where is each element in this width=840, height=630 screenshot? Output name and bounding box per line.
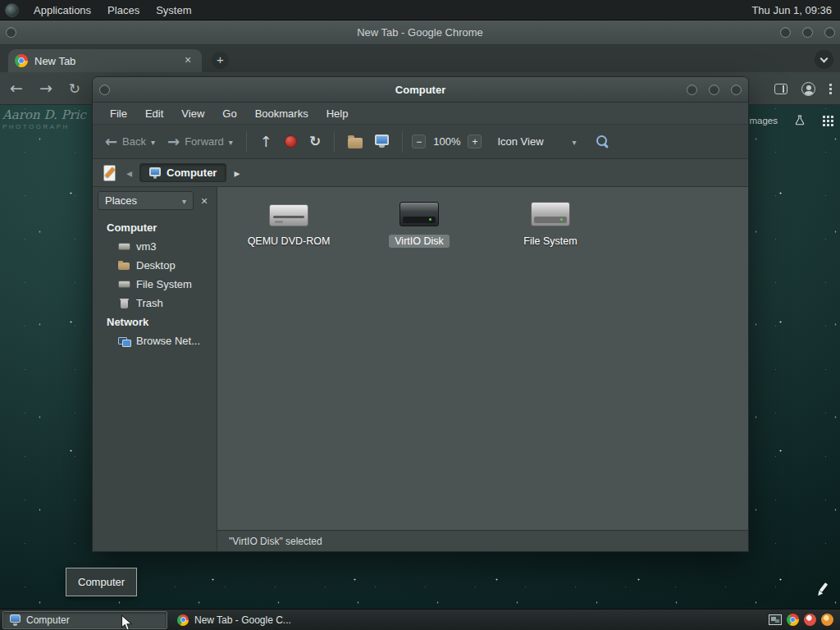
sidebar-close-icon[interactable] <box>197 194 212 208</box>
close-button[interactable] <box>824 27 835 38</box>
window-controls <box>780 27 835 38</box>
clock[interactable]: Thu Jun 1, 09:36 <box>751 4 840 16</box>
fm-titlebar[interactable]: Computer <box>93 77 748 103</box>
tray-icon-orange[interactable] <box>821 614 833 626</box>
home-button[interactable] <box>344 133 367 151</box>
profile-avatar-icon[interactable] <box>801 82 815 96</box>
trash-icon <box>118 297 130 309</box>
menu-applications[interactable]: Applications <box>25 0 99 21</box>
back-arrow-icon <box>105 135 117 149</box>
sidebar-item-trash[interactable]: Trash <box>93 294 217 313</box>
workspace-switcher-icon[interactable] <box>769 614 782 625</box>
maximize-button[interactable] <box>802 27 813 38</box>
tab-title: New Tab <box>34 55 174 67</box>
menu-go[interactable]: Go <box>213 107 245 120</box>
close-button[interactable] <box>731 84 742 95</box>
tray-icon-red[interactable] <box>804 614 816 626</box>
back-history-dropdown-icon[interactable] <box>151 135 155 148</box>
pencil-icon[interactable] <box>816 582 829 596</box>
apps-grid-icon[interactable] <box>822 115 833 126</box>
menu-bookmarks[interactable]: Bookmarks <box>246 107 317 120</box>
computer-button[interactable] <box>371 132 393 151</box>
new-tab-button[interactable] <box>212 52 229 69</box>
forward-history-dropdown-icon[interactable] <box>229 135 233 148</box>
toolbar-separator <box>402 131 403 153</box>
breadcrumb-right-arrow[interactable] <box>234 166 240 180</box>
sidebar-item-browse-network[interactable]: Browse Net... <box>93 331 217 350</box>
file-virtio-disk[interactable]: VirtIO Disk <box>368 199 470 248</box>
fm-icon-view[interactable]: QEMU DVD-ROM VirtIO Disk File System <box>217 187 748 530</box>
sidebar-item-desktop[interactable]: Desktop <box>93 256 217 275</box>
fm-statusbar: "VirtIO Disk" selected <box>217 530 748 551</box>
panel-menus: Applications Places System <box>0 0 199 21</box>
hard-disk-icon <box>531 202 570 226</box>
folder-icon <box>118 259 130 272</box>
desktop: Aaron D. Pric PHOTOGRAPH Applications Pl… <box>0 0 840 630</box>
menu-view[interactable]: View <box>172 107 213 120</box>
places-tree: Computer vm3 Desktop File System <box>93 218 217 350</box>
status-text: "VirtIO Disk" selected <box>229 536 322 547</box>
tab-new-tab[interactable]: New Tab <box>8 49 202 72</box>
browser-reload-button[interactable] <box>69 80 80 96</box>
back-button[interactable]: Back <box>101 132 159 152</box>
computer-icon <box>149 167 161 176</box>
file-icon-wrap <box>399 199 439 226</box>
browser-back-button[interactable] <box>10 80 23 96</box>
menu-help[interactable]: Help <box>317 107 358 120</box>
tab-search-button[interactable] <box>815 50 833 69</box>
zoom-in-button[interactable] <box>468 135 482 148</box>
images-link[interactable]: Images <box>746 116 778 126</box>
side-panel-icon[interactable] <box>774 84 788 94</box>
taskbar-button-computer[interactable]: Computer <box>2 611 167 629</box>
browser-forward-button[interactable] <box>39 80 52 96</box>
taskbar-button-label: Computer <box>26 614 70 626</box>
labs-flask-icon[interactable] <box>794 114 806 126</box>
chevron-down-icon <box>820 54 829 62</box>
taskbar-button-chrome[interactable]: New Tab - Google C... <box>170 611 335 629</box>
sidebar-item-vm3[interactable]: vm3 <box>93 237 217 256</box>
menu-places[interactable]: Places <box>99 0 148 21</box>
sidebar-view-select[interactable]: Places <box>98 191 194 210</box>
reload-button[interactable] <box>305 132 325 151</box>
chrome-favicon-icon <box>15 54 28 67</box>
breadcrumb-left-arrow[interactable] <box>126 166 132 180</box>
minimize-button[interactable] <box>687 84 697 95</box>
taskbar-tooltip: Computer <box>66 568 137 596</box>
view-mode-select[interactable]: Icon View <box>491 133 582 150</box>
minimize-button[interactable] <box>780 27 791 38</box>
menu-file[interactable]: File <box>101 107 136 120</box>
home-folder-icon <box>348 138 363 148</box>
distro-menu-icon[interactable] <box>5 3 19 17</box>
window-menu-button[interactable] <box>6 27 16 38</box>
sidebar-item-computer[interactable]: Computer <box>93 218 217 237</box>
maximize-button[interactable] <box>709 84 719 95</box>
file-qemu-dvd-rom[interactable]: QEMU DVD-ROM <box>238 199 340 248</box>
tray-chrome-icon[interactable] <box>787 614 799 626</box>
forward-button[interactable]: Forward <box>163 132 237 152</box>
window-menu-button[interactable] <box>99 84 110 95</box>
up-button[interactable] <box>256 132 276 152</box>
sidebar-item-file-system[interactable]: File System <box>93 275 217 294</box>
network-icon <box>118 335 130 347</box>
file-file-system[interactable]: File System <box>500 199 601 248</box>
top-panel: Applications Places System Thu Jun 1, 09… <box>0 0 840 21</box>
forward-label: Forward <box>185 135 224 148</box>
chevron-down-icon <box>182 194 186 207</box>
sidebar-item-network[interactable]: Network <box>93 313 217 331</box>
search-icon[interactable] <box>596 135 609 148</box>
menu-edit[interactable]: Edit <box>136 107 172 120</box>
zoom-out-button[interactable] <box>412 135 426 148</box>
stop-button[interactable] <box>281 133 301 150</box>
hard-disk-dark-icon <box>399 202 439 226</box>
menu-system[interactable]: System <box>148 0 199 21</box>
breadcrumb-computer[interactable]: Computer <box>139 163 226 182</box>
sidebar-view-label: Places <box>105 194 137 207</box>
tab-close-icon[interactable] <box>180 53 195 68</box>
chrome-titlebar[interactable]: New Tab - Google Chrome <box>0 21 840 45</box>
edit-location-button[interactable] <box>101 163 119 183</box>
wallpaper-watermark: Aaron D. Pric PHOTOGRAPH <box>2 107 86 130</box>
menu-dots-icon[interactable] <box>829 83 832 95</box>
fm-location-bar: Computer <box>93 159 748 187</box>
optical-drive-icon <box>269 204 308 226</box>
watermark-signature: Aaron D. Pric <box>2 107 86 122</box>
